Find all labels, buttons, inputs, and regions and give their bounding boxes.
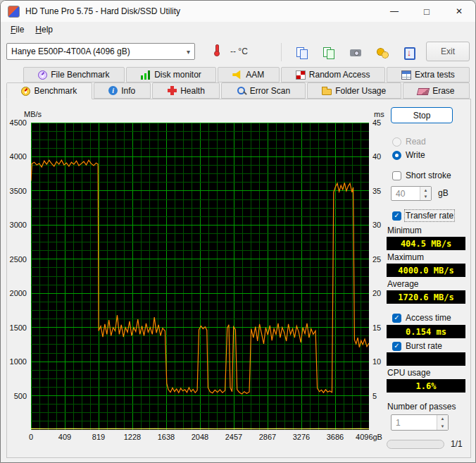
- tab-label: Random Access: [309, 70, 370, 80]
- burst-rate-label: Burst rate: [406, 341, 442, 351]
- erase-icon: [417, 88, 430, 95]
- x-axis-tick: 2867: [252, 433, 283, 441]
- access-time-checkbox[interactable]: Access time: [392, 313, 451, 323]
- short-stroke-checkbox[interactable]: Short stroke: [392, 171, 451, 180]
- tab-disk-monitor[interactable]: Disk monitor: [126, 67, 216, 82]
- camera-icon: [349, 47, 362, 58]
- y-left-tick: 1500: [10, 323, 27, 332]
- transfer-rate-checkbox[interactable]: Transfer rate: [392, 211, 453, 221]
- save-icon: [403, 47, 415, 58]
- x-axis-tick: 3276: [286, 433, 317, 441]
- short-stroke-value: 40: [392, 187, 420, 200]
- temperature-button[interactable]: [208, 42, 226, 61]
- minimize-button[interactable]: —: [378, 1, 411, 22]
- app-window: HD Tune Pro 5.75 - Hard Disk/SSD Utility…: [0, 0, 476, 463]
- minimum-label: Minimum: [387, 226, 422, 235]
- tab-label: Erase: [432, 86, 454, 96]
- tab-folder-usage[interactable]: Folder Usage: [307, 82, 401, 99]
- tab-info[interactable]: Info: [94, 82, 151, 99]
- extra-tests-icon: [401, 70, 411, 80]
- checkbox-checked-icon: [392, 314, 401, 323]
- burst-rate-value: [387, 352, 465, 366]
- spin-up-icon[interactable]: [437, 415, 448, 423]
- x-axis-tick: 819: [83, 433, 114, 441]
- random-access-icon: [296, 70, 306, 80]
- passes-spinner: [437, 415, 448, 430]
- write-radio[interactable]: Write: [392, 150, 425, 160]
- stop-button[interactable]: Stop: [391, 107, 453, 123]
- tab-error-scan[interactable]: Error Scan: [221, 82, 305, 99]
- pages-blue-icon: [296, 47, 308, 58]
- tab-file-benchmark[interactable]: File Benchmark: [23, 67, 125, 82]
- cpu-usage-label: CPU usage: [387, 368, 430, 378]
- tab-erase[interactable]: Erase: [403, 82, 470, 99]
- read-radio[interactable]: Read: [392, 137, 426, 147]
- file-benchmark-icon: [38, 70, 47, 80]
- y-left-tick: 2500: [10, 255, 27, 264]
- tab-random-access[interactable]: Random Access: [281, 67, 385, 82]
- tab-label: Info: [121, 86, 135, 96]
- aam-icon: [232, 70, 242, 80]
- tab-label: Error Scan: [250, 86, 290, 96]
- close-button[interactable]: ✕: [443, 1, 475, 22]
- access-time-label: Access time: [406, 313, 451, 323]
- y-left-tick: 500: [14, 392, 27, 400]
- tab-label: Disk monitor: [154, 70, 201, 80]
- x-axis-tick: 2457: [218, 433, 249, 441]
- copy-text-button[interactable]: [291, 42, 313, 63]
- tab-label: AAM: [246, 70, 264, 80]
- drive-select[interactable]: Hanye E500P-4T00A (4096 gB) ▾: [6, 43, 195, 60]
- maximum-label: Maximum: [387, 252, 424, 262]
- passes-value: 1: [392, 415, 437, 430]
- menu-item-help[interactable]: Help: [30, 23, 58, 36]
- y-left-tick: 1000: [10, 357, 27, 366]
- y-right-tick: 30: [372, 221, 381, 229]
- gears-icon: [376, 47, 389, 58]
- average-label: Average: [387, 279, 418, 289]
- short-stroke-spinner: [420, 187, 431, 200]
- tab-label: File Benchmark: [51, 70, 109, 80]
- tab-row-2: BenchmarkInfoHealthError ScanFolder Usag…: [6, 82, 471, 99]
- tab-benchmark[interactable]: Benchmark: [6, 82, 92, 99]
- save-results-button[interactable]: [398, 42, 420, 63]
- spin-down-icon[interactable]: [420, 194, 431, 201]
- passes-input[interactable]: 1: [391, 414, 449, 431]
- x-axis-tick: 409: [49, 433, 80, 441]
- spin-up-icon[interactable]: [420, 187, 431, 194]
- x-axis-tick: 4096gB: [353, 433, 384, 441]
- burst-rate-checkbox[interactable]: Burst rate: [392, 341, 442, 351]
- maximize-button[interactable]: □: [411, 1, 443, 22]
- screenshot-button[interactable]: [344, 42, 367, 63]
- passes-label: Number of passes: [387, 402, 456, 412]
- checkbox-unchecked-icon: [392, 171, 401, 180]
- y-left-tick: 3500: [10, 187, 27, 195]
- temperature-value: --: [230, 47, 236, 56]
- temperature-unit: °C: [238, 47, 247, 56]
- menu-item-file[interactable]: File: [5, 23, 30, 36]
- benchmark-chart-svg: [31, 123, 369, 430]
- transfer-rate-label: Transfer rate: [406, 211, 453, 221]
- spin-down-icon[interactable]: [437, 423, 448, 431]
- y-left-tick: 2000: [10, 289, 27, 297]
- thermometer-icon: [214, 44, 220, 56]
- tab-extra-tests[interactable]: Extra tests: [387, 67, 470, 82]
- x-axis-tick: 1228: [117, 433, 148, 441]
- y-right-tick: 10: [372, 357, 381, 366]
- minimum-value: 404.5 MB/s: [387, 237, 465, 250]
- chevron-down-icon: ▾: [187, 48, 190, 56]
- exit-button[interactable]: Exit: [426, 42, 470, 61]
- y-left-tick: 4000: [10, 152, 27, 161]
- checkbox-checked-icon: [392, 342, 401, 351]
- y-right-tick: 35: [372, 187, 381, 195]
- tab-aam[interactable]: AAM: [218, 67, 280, 82]
- options-button[interactable]: [371, 42, 394, 63]
- tab-health[interactable]: Health: [152, 82, 220, 99]
- x-axis-tick: 2048: [184, 433, 215, 441]
- disk-monitor-icon: [141, 70, 151, 80]
- right-axis-unit: ms: [374, 110, 384, 118]
- write-radio-label: Write: [406, 150, 425, 160]
- copy-image-button[interactable]: [318, 42, 340, 63]
- short-stroke-input[interactable]: 40: [391, 186, 432, 201]
- window-controls: — □ ✕: [378, 1, 475, 22]
- tab-row-1: File BenchmarkDisk monitorAAMRandom Acce…: [6, 67, 471, 82]
